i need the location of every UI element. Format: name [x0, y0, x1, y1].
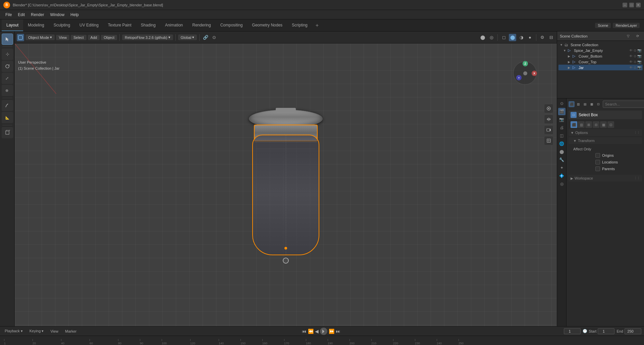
end-frame-input[interactable] [625, 328, 641, 334]
transform-section[interactable]: ▼ Transform [569, 137, 642, 144]
active-tool-icon[interactable]: ⊙ [558, 100, 566, 107]
parents-checkbox[interactable] [595, 166, 600, 171]
gizmo-z-axis[interactable]: Z [523, 61, 528, 66]
locations-checkbox[interactable] [595, 160, 600, 164]
visibility-icon[interactable]: 👁 [629, 49, 633, 52]
mode-icon-1[interactable]: ⬛ [571, 121, 577, 128]
timeline-keying-menu[interactable]: Keying ▾ [28, 328, 46, 334]
proportional-edit-icon[interactable]: ⊙ [210, 34, 218, 41]
props-display-icon-1[interactable]: ⬛ [569, 101, 575, 107]
workspace-section[interactable]: ▶ Workspace ⋮⋮ [569, 175, 642, 182]
tab-texture-paint[interactable]: Texture Paint [103, 19, 136, 31]
modifier-props-icon[interactable]: 🔧 [558, 156, 566, 163]
select-icon-3[interactable]: ⊙ [634, 54, 636, 58]
tool-measure[interactable]: 📐 [2, 112, 13, 123]
menu-file[interactable]: File [3, 11, 14, 18]
options-section[interactable]: ▼ Options ⋮⋮ [569, 129, 642, 136]
scene-props-icon[interactable]: 🎬 [558, 108, 566, 115]
outliner-filter-icon[interactable]: ▽ [625, 32, 632, 40]
origins-checkbox[interactable] [595, 153, 600, 158]
tab-rendering[interactable]: Rendering [187, 19, 215, 31]
select-icon-5[interactable]: ⊙ [634, 66, 636, 69]
start-frame-input[interactable] [598, 328, 614, 334]
play-back-button[interactable]: ◀ [315, 329, 319, 334]
mode-icon-4[interactable]: ⊟ [593, 121, 599, 128]
timeline-view-menu[interactable]: View [48, 329, 60, 334]
close-button[interactable]: ✕ [636, 3, 641, 7]
tab-sculpting[interactable]: Sculpting [49, 19, 75, 31]
orthographic-view-button[interactable] [544, 136, 553, 145]
menu-window[interactable]: Window [47, 11, 67, 18]
tab-modeling[interactable]: Modeling [23, 19, 49, 31]
camera-view-button[interactable] [544, 125, 553, 135]
props-display-icon-4[interactable]: ▦ [589, 101, 595, 107]
menu-render[interactable]: Render [28, 11, 47, 18]
render-props-icon[interactable]: 📷 [558, 116, 566, 123]
tab-compositing[interactable]: Compositing [216, 19, 248, 31]
object-menu[interactable]: Object [101, 35, 117, 40]
render-icon[interactable]: 📷 [637, 49, 641, 52]
tool-add-cube[interactable] [2, 127, 13, 138]
render-icon-4[interactable]: 📷 [637, 60, 641, 64]
props-search-input[interactable] [603, 100, 644, 108]
select-menu[interactable]: Select [71, 35, 87, 40]
props-display-icon-3[interactable]: ▤ [582, 101, 588, 107]
tab-layout[interactable]: Layout [2, 19, 23, 31]
solid-mode-icon[interactable]: ⬤ [509, 34, 516, 41]
global-dropdown[interactable]: Global ▾ [178, 34, 197, 40]
tree-row-cover-top[interactable]: ▶ ▷ Cover_Top 👁 ⊙ 📷 [558, 59, 643, 65]
step-forward-button[interactable]: ⏩ [329, 329, 334, 334]
mode-icon-2[interactable]: ▥ [578, 121, 585, 128]
tool-select[interactable] [2, 33, 13, 45]
overlay-icon[interactable]: ⬤ [479, 34, 486, 41]
gizmo-x-axis[interactable]: X [532, 71, 537, 76]
filter-icon[interactable]: ⊟ [547, 34, 555, 41]
tree-row-scene-collection[interactable]: ▼ 🗂 Scene Collection [558, 42, 643, 48]
menu-edit[interactable]: Edit [15, 11, 28, 18]
view-menu[interactable]: View [56, 35, 69, 40]
mode-icon-6[interactable]: ⊡ [607, 121, 614, 128]
material-preview-icon[interactable]: ◑ [518, 34, 525, 41]
render-icon-5[interactable]: 📷 [637, 66, 641, 69]
world-props-icon[interactable]: 🌐 [558, 140, 566, 147]
tool-rotate[interactable] [2, 61, 13, 72]
props-display-icon-5[interactable]: ⊡ [595, 101, 601, 107]
rendered-preview-icon[interactable]: ● [526, 34, 534, 41]
tab-uv-editing[interactable]: UV Editing [75, 19, 103, 31]
gizmo-center[interactable] [523, 71, 527, 75]
tree-row-cover-bottom[interactable]: ▶ ▷ Cover_Bottom 👁 ⊙ 📷 [558, 53, 643, 59]
gizmo-y-axis[interactable]: Y [516, 75, 522, 80]
outliner-sync-icon[interactable]: ⟳ [634, 32, 641, 40]
select-icon-4[interactable]: ⊙ [634, 60, 636, 64]
object-mode-dropdown[interactable]: Object Mode ▾ [25, 34, 55, 40]
tab-animation[interactable]: Animation [160, 19, 187, 31]
tool-transform[interactable]: ⊕ [2, 85, 13, 96]
tool-annotate[interactable] [2, 100, 13, 111]
play-button[interactable]: ⏵ [320, 328, 327, 335]
particles-props-icon[interactable]: ✦ [558, 164, 566, 171]
object-props-icon[interactable]: ⬤ [558, 148, 566, 155]
visibility-icon-5[interactable]: 👁 [629, 66, 633, 69]
material-props-icon[interactable]: ◎ [558, 180, 566, 188]
add-workspace-button[interactable]: + [312, 19, 322, 31]
step-back-button[interactable]: ⏪ [308, 329, 314, 334]
visibility-icon-3[interactable]: 👁 [629, 54, 633, 58]
minimize-button[interactable]: ─ [623, 3, 627, 7]
render-icon-3[interactable]: 📷 [637, 54, 641, 58]
select-icon-2[interactable]: ⊙ [634, 49, 636, 52]
menu-help[interactable]: Help [68, 11, 82, 18]
current-frame-input[interactable] [564, 328, 581, 334]
maximize-button[interactable]: □ [629, 3, 634, 7]
visibility-icon-4[interactable]: 👁 [629, 60, 633, 64]
tab-shading[interactable]: Shading [136, 19, 160, 31]
jump-end-button[interactable]: ⏭ [336, 329, 340, 334]
view-layer-props-icon[interactable]: ◫ [558, 132, 566, 139]
scene-settings-icon[interactable]: ⚙ [539, 34, 546, 41]
snap-icon[interactable]: 🔗 [202, 34, 209, 41]
scene-selector[interactable]: Scene [595, 23, 611, 28]
timeline-marker-menu[interactable]: Marker [63, 329, 78, 334]
zoom-to-fit-button[interactable] [544, 104, 553, 113]
wireframe-mode-icon[interactable]: ◻ [500, 34, 507, 41]
tool-scale[interactable]: ⤢ [2, 73, 13, 84]
tab-scripting[interactable]: Scripting [287, 19, 312, 31]
